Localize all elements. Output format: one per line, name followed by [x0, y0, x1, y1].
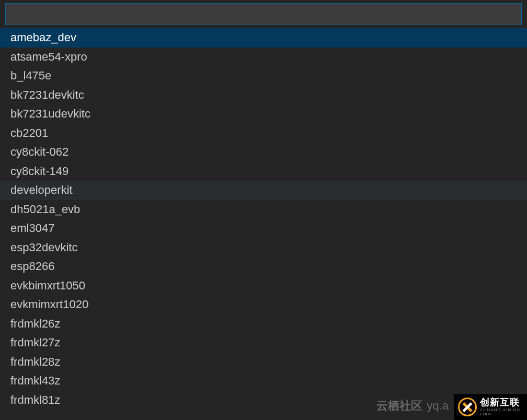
- list-item[interactable]: developerkit: [0, 181, 527, 200]
- search-input[interactable]: [5, 3, 522, 25]
- logo-text: 创新互联 CHUANG XIN HU LIAN: [480, 398, 523, 416]
- quickpick-dropdown: amebaz_devatsame54-xprob_l475ebk7231devk…: [0, 0, 527, 420]
- list-item[interactable]: atsame54-xpro: [0, 48, 527, 67]
- logo-text-main: 创新互联: [480, 398, 523, 407]
- logo-icon: [458, 398, 477, 416]
- list-item[interactable]: esp8266: [0, 257, 527, 276]
- list-item[interactable]: b_l475e: [0, 66, 527, 86]
- list-item[interactable]: frdmkl81z: [0, 391, 527, 410]
- search-wrapper: [0, 0, 527, 28]
- list-item[interactable]: cy8ckit-149: [0, 162, 527, 181]
- list-item[interactable]: frdmkl43z: [0, 371, 527, 391]
- logo-text-sub: CHUANG XIN HU LIAN: [480, 408, 523, 416]
- list-item[interactable]: evkbimxrt1050: [0, 276, 527, 296]
- list-item[interactable]: frdmkl26z: [0, 314, 527, 334]
- list-item[interactable]: bk7231devkitc: [0, 86, 527, 105]
- list-item[interactable]: esp32devkitc: [0, 238, 527, 258]
- list-item[interactable]: frdmkl27z: [0, 333, 527, 353]
- list-item[interactable]: cb2201: [0, 124, 527, 143]
- list-item[interactable]: frdmkl28z: [0, 353, 527, 372]
- list-item[interactable]: eml3047: [0, 219, 527, 238]
- list-item[interactable]: bk7231udevkitc: [0, 104, 527, 124]
- list-container[interactable]: amebaz_devatsame54-xprob_l475ebk7231devk…: [0, 28, 527, 420]
- list-item[interactable]: evkmimxrt1020: [0, 295, 527, 314]
- list-item[interactable]: cy8ckit-062: [0, 143, 527, 162]
- list-item[interactable]: amebaz_dev: [0, 28, 527, 48]
- list-item[interactable]: dh5021a_evb: [0, 200, 527, 219]
- logo-badge: 创新互联 CHUANG XIN HU LIAN: [454, 394, 527, 420]
